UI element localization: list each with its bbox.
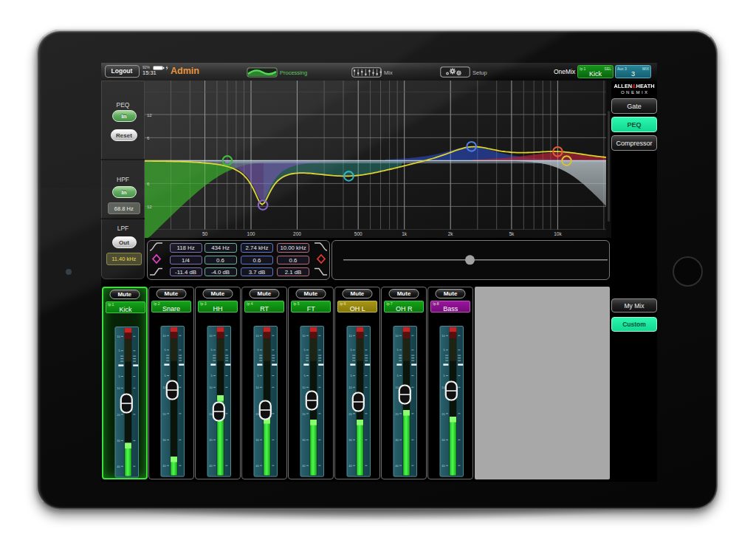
svg-text:40: 40 — [396, 464, 399, 468]
svg-text:10: 10 — [209, 386, 213, 389]
svg-text:10: 10 — [255, 334, 259, 338]
svg-text:40: 40 — [349, 464, 353, 468]
svg-text:40: 40 — [303, 464, 306, 468]
svg-text:30: 30 — [442, 438, 446, 442]
svg-text:5k: 5k — [509, 231, 515, 236]
svg-text:20: 20 — [162, 412, 166, 416]
svg-text:30: 30 — [209, 438, 213, 442]
svg-text:10: 10 — [303, 334, 306, 338]
svg-text:12: 12 — [147, 113, 152, 117]
svg-text:10: 10 — [396, 334, 399, 338]
svg-text:10: 10 — [442, 334, 446, 338]
svg-text:40: 40 — [209, 464, 213, 468]
svg-text:10k: 10k — [554, 231, 562, 236]
svg-text:20: 20 — [442, 412, 446, 416]
svg-text:10: 10 — [303, 386, 306, 389]
svg-text:2k: 2k — [448, 231, 454, 236]
svg-text:500: 500 — [354, 231, 362, 236]
svg-text:30: 30 — [349, 438, 353, 442]
svg-text:30: 30 — [162, 438, 166, 442]
svg-text:200: 200 — [293, 231, 301, 236]
svg-text:20: 20 — [396, 412, 399, 416]
svg-text:30: 30 — [255, 438, 259, 442]
svg-text:12: 12 — [147, 205, 152, 209]
svg-text:20: 20 — [117, 413, 120, 417]
svg-text:40: 40 — [442, 464, 446, 468]
svg-text:40: 40 — [162, 464, 166, 468]
svg-text:40: 40 — [117, 465, 120, 468]
svg-text:10: 10 — [349, 334, 353, 338]
svg-text:40: 40 — [255, 464, 259, 468]
svg-text:10: 10 — [209, 334, 213, 338]
svg-text:30: 30 — [396, 438, 399, 442]
svg-text:10: 10 — [117, 386, 120, 390]
svg-text:10: 10 — [396, 386, 399, 389]
svg-text:100: 100 — [247, 231, 255, 236]
svg-text:1k: 1k — [402, 231, 408, 236]
svg-text:30: 30 — [303, 438, 306, 442]
svg-text:10: 10 — [255, 386, 259, 389]
svg-text:50: 50 — [202, 231, 208, 236]
svg-text:10: 10 — [117, 335, 120, 338]
svg-text:30: 30 — [117, 439, 120, 443]
svg-text:20: 20 — [349, 412, 353, 416]
svg-text:20: 20 — [303, 412, 306, 416]
svg-text:10: 10 — [162, 334, 166, 338]
svg-text:10: 10 — [349, 386, 353, 389]
